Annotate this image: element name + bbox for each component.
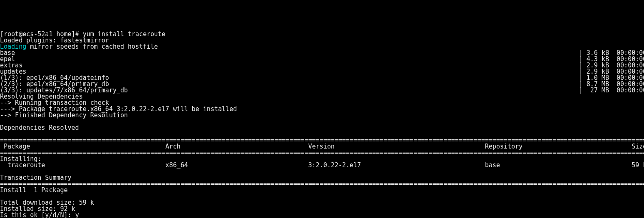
terminal-line [0, 168, 644, 175]
terminal-line: Dependencies Resolved [0, 125, 644, 131]
terminal-line: Install 1 Package [0, 187, 644, 193]
terminal-line [0, 119, 644, 125]
terminal-output: [root@ecs-52a1 home]# yum install tracer… [0, 31, 644, 218]
terminal-line: ========================================… [0, 150, 644, 156]
terminal[interactable]: [root@ecs-52a1 home]# yum install tracer… [0, 31, 644, 218]
terminal-line: Installed size: 92 k [0, 206, 644, 212]
terminal-line: --> Finished Dependency Resolution [0, 112, 644, 119]
confirm-answer[interactable]: y [75, 211, 79, 218]
terminal-line: Total download size: 59 k [0, 200, 644, 206]
terminal-line [0, 193, 644, 200]
terminal-line: (3/3): updates/7/x86_64/primary_db | 27 … [0, 87, 644, 94]
terminal-line: Is this ok [y/d/N]: y [0, 212, 644, 218]
terminal-line: ========================================… [0, 181, 644, 187]
terminal-line: traceroute x86_64 3:2.0.22-2.el7 base 59… [0, 162, 644, 168]
